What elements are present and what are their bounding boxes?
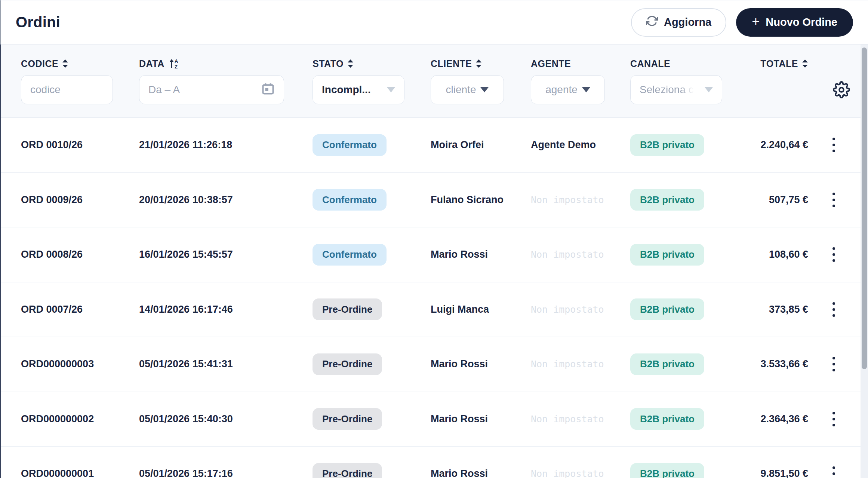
filter-row: Da – A Incompl... <box>0 75 868 104</box>
gear-icon <box>833 93 850 99</box>
page-title: Ordini <box>16 14 60 31</box>
order-date: 21/01/2026 11:26:18 <box>139 139 313 151</box>
kebab-menu-icon <box>832 466 835 469</box>
order-date: 14/01/2026 16:17:46 <box>139 304 313 315</box>
vertical-scrollbar[interactable] <box>861 45 868 478</box>
topbar: Ordini Aggiorna + Nuovo Ordine <box>0 0 868 45</box>
order-date: 20/01/2026 10:38:57 <box>139 194 313 206</box>
table-header: CODICE DATA A Z STATO <box>0 45 868 118</box>
order-agent: Non impostato <box>531 304 630 315</box>
channel-badge: B2B privato <box>630 189 704 211</box>
column-header-cliente[interactable]: CLIENTE <box>431 58 531 69</box>
column-header-totale[interactable]: TOTALE <box>748 58 808 69</box>
orders-table: CODICE DATA A Z STATO <box>0 45 868 478</box>
calendar-icon <box>261 82 275 98</box>
chevron-down-icon <box>705 87 713 92</box>
agente-filter-select[interactable]: agente <box>531 75 605 104</box>
row-actions-menu-button[interactable] <box>825 242 842 268</box>
order-total: 108,60 € <box>748 249 808 260</box>
status-badge: Confermato <box>313 244 387 266</box>
order-agent: Agente Demo <box>531 139 630 151</box>
column-label: CANALE <box>630 58 670 69</box>
column-header-codice[interactable]: CODICE <box>21 58 139 69</box>
order-total: 2.364,36 € <box>748 413 808 425</box>
status-badge: Pre-Ordine <box>313 298 382 320</box>
column-header-row: CODICE DATA A Z STATO <box>0 45 868 69</box>
order-code: ORD 0009/26 <box>21 194 139 206</box>
order-client: Mario Rossi <box>431 249 531 260</box>
table-row[interactable]: ORD000000002 05/01/2026 15:40:30 Pre-Ord… <box>0 392 868 447</box>
table-row[interactable]: ORD 0007/26 14/01/2026 16:17:46 Pre-Ordi… <box>0 282 868 337</box>
row-actions-menu-button[interactable] <box>825 406 842 432</box>
table-row[interactable]: ORD000000003 05/01/2026 15:41:31 Pre-Ord… <box>0 337 868 392</box>
row-actions-menu-button[interactable] <box>825 351 842 377</box>
order-agent: Non impostato <box>531 249 630 260</box>
column-header-canale: CANALE <box>630 58 748 69</box>
table-row[interactable]: ORD000000001 05/01/2026 15:17:16 Pre-Ord… <box>0 447 868 478</box>
cliente-filter-placeholder: cliente <box>446 84 476 96</box>
status-badge: Pre-Ordine <box>313 353 382 375</box>
column-label: STATO <box>313 58 344 69</box>
order-total: 507,75 € <box>748 194 808 206</box>
table-row[interactable]: ORD 0008/26 16/01/2026 15:45:57 Conferma… <box>0 227 868 282</box>
row-actions-menu-button[interactable] <box>825 187 842 213</box>
order-code: ORD 0010/26 <box>21 139 139 151</box>
new-order-button[interactable]: + Nuovo Ordine <box>736 8 853 37</box>
order-client: Fulano Sicrano <box>431 194 531 206</box>
table-body: ORD 0010/26 21/01/2026 11:26:18 Conferma… <box>0 118 868 478</box>
svg-text:A: A <box>175 58 178 64</box>
order-agent: Non impostato <box>531 414 630 425</box>
window-edge <box>0 0 1 478</box>
order-client: Mario Rossi <box>431 413 531 425</box>
cliente-filter-select[interactable]: cliente <box>431 75 504 104</box>
order-date: 05/01/2026 15:17:16 <box>139 468 313 478</box>
agente-filter-placeholder: agente <box>545 84 578 96</box>
chevron-down-icon <box>480 87 489 92</box>
row-actions-menu-button[interactable] <box>825 132 842 158</box>
channel-badge: B2B privato <box>630 408 704 430</box>
kebab-menu-icon <box>832 302 835 305</box>
column-label: AGENTE <box>531 58 571 69</box>
column-header-data[interactable]: DATA A Z <box>139 58 313 69</box>
scrollbar-thumb[interactable] <box>862 48 867 369</box>
stato-filter-value: Incompl... <box>322 84 371 96</box>
sort-icon <box>62 59 68 68</box>
refresh-button[interactable]: Aggiorna <box>631 8 726 37</box>
column-label: TOTALE <box>760 58 798 69</box>
column-header-stato[interactable]: STATO <box>313 58 431 69</box>
column-label: DATA <box>139 58 164 69</box>
order-agent: Non impostato <box>531 194 630 205</box>
column-settings-button[interactable] <box>833 81 850 98</box>
kebab-menu-icon <box>832 193 835 195</box>
canale-filter-placeholder: Seleziona c <box>640 84 694 96</box>
kebab-menu-icon <box>832 412 835 414</box>
column-label: CLIENTE <box>431 58 472 69</box>
kebab-menu-icon <box>832 357 835 359</box>
chevron-down-icon <box>582 87 590 92</box>
order-code: ORD000000003 <box>21 358 139 370</box>
sort-icon <box>347 59 354 68</box>
refresh-button-label: Aggiorna <box>664 16 711 28</box>
table-row[interactable]: ORD 0009/26 20/01/2026 10:38:57 Conferma… <box>0 173 868 228</box>
codice-filter-input[interactable] <box>21 75 113 104</box>
channel-badge: B2B privato <box>630 298 704 320</box>
status-badge: Confermato <box>313 134 387 156</box>
column-header-agente: AGENTE <box>531 58 630 69</box>
table-row[interactable]: ORD 0010/26 21/01/2026 11:26:18 Conferma… <box>0 118 868 173</box>
refresh-icon <box>646 15 658 30</box>
order-code: ORD 0007/26 <box>21 304 139 315</box>
row-actions-menu-button[interactable] <box>825 296 842 322</box>
row-actions-menu-button[interactable] <box>825 461 842 478</box>
order-client: Mario Rossi <box>431 468 531 478</box>
order-date: 05/01/2026 15:40:30 <box>139 413 313 425</box>
status-badge: Pre-Ordine <box>313 408 382 430</box>
stato-filter-select[interactable]: Incompl... <box>313 75 404 104</box>
plus-icon: + <box>752 15 760 28</box>
new-order-button-label: Nuovo Ordine <box>766 16 837 28</box>
canale-filter-select[interactable]: Seleziona c <box>630 75 722 104</box>
date-range-filter[interactable]: Da – A <box>139 75 284 104</box>
order-agent: Non impostato <box>531 359 630 370</box>
topbar-actions: Aggiorna + Nuovo Ordine <box>631 8 853 37</box>
channel-badge: B2B privato <box>630 463 704 478</box>
order-code: ORD000000001 <box>21 468 139 478</box>
